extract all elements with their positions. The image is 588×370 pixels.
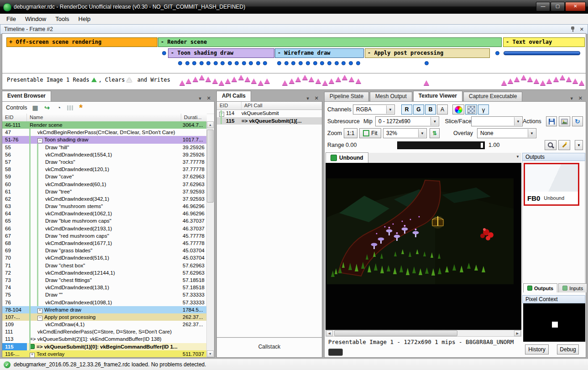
overlay-select[interactable]: None ▼ xyxy=(477,128,536,138)
callstack-section[interactable]: Callstack xyxy=(217,337,322,357)
column-name[interactable]: Name xyxy=(27,114,181,121)
draw-call-dot[interactable] xyxy=(200,61,204,65)
close-icon[interactable]: ✕ xyxy=(207,95,211,101)
draw-call-dot[interactable] xyxy=(341,61,346,65)
draw-call-dot[interactable] xyxy=(291,61,295,65)
draw-call-dot[interactable] xyxy=(185,61,189,65)
api-calls-column-headers[interactable]: EID API Call xyxy=(217,102,322,110)
dock-menu-icon[interactable]: ▼ xyxy=(570,96,574,101)
event-browser-scrollbar[interactable]: ▲ ▼ xyxy=(206,121,214,357)
draw-call-dot[interactable] xyxy=(320,61,324,65)
zoom-fit-button[interactable]: Fit xyxy=(359,128,381,138)
draw-call-dot[interactable] xyxy=(356,61,360,65)
timeline-subpass-bar[interactable]: - Wireframe draw xyxy=(275,48,364,58)
close-icon[interactable]: ✕ xyxy=(578,95,583,101)
scroll-up-icon[interactable]: ▲ xyxy=(207,121,214,128)
event-row[interactable]: 68vkCmdDrawIndexed(1677,1)45.77778 xyxy=(2,240,207,247)
pixel-context-view[interactable] xyxy=(523,303,585,342)
save-texture-button[interactable] xyxy=(546,116,557,126)
event-row[interactable]: 57Draw "rocks"37.77778 xyxy=(2,158,207,166)
history-button[interactable]: History xyxy=(525,344,549,354)
range-handle[interactable] xyxy=(481,143,483,148)
menu-file[interactable]: File xyxy=(2,14,21,24)
event-row[interactable]: 61Draw "tree"37.92593 xyxy=(2,188,207,195)
flip-y-button[interactable]: ⇅ xyxy=(430,128,440,138)
range-slider[interactable] xyxy=(397,141,485,149)
expander-icon[interactable]: − xyxy=(37,138,42,143)
draw-call-dot[interactable] xyxy=(206,61,210,65)
texture-horizontal-scrollbar[interactable]: ◀ ▶ xyxy=(326,330,521,337)
checkerboard-background-button[interactable] xyxy=(465,104,477,115)
tab-inputs[interactable]: Inputs xyxy=(558,283,587,292)
event-row[interactable]: 64vkCmdDrawIndexed(1062,1)46.96296 xyxy=(2,210,207,217)
draw-call-span[interactable] xyxy=(504,51,580,55)
green-channel-button[interactable]: G xyxy=(413,104,424,115)
background-color-swatch[interactable] xyxy=(328,349,343,356)
title-bar[interactable]: debugmarker.rdc - RenderDoc Unofficial r… xyxy=(0,0,588,14)
time-draws-icon[interactable]: ◔ xyxy=(55,104,63,112)
event-row[interactable]: 69Draw "grass blades"45.03704 xyxy=(2,247,207,254)
draw-call-dot[interactable] xyxy=(495,51,499,55)
event-row[interactable]: 47vkCmdBeginRenderPass(C=Clear, D=Clear,… xyxy=(2,129,207,136)
event-row[interactable]: 56vkCmdDrawIndexed(1554,1)39.25926 xyxy=(2,151,207,158)
draw-call-dot[interactable] xyxy=(249,61,253,65)
event-browser-column-headers[interactable]: EID Name Durati... xyxy=(2,114,207,122)
close-icon[interactable]: ✕ xyxy=(315,95,319,101)
fb0-thumbnail[interactable]: FB0 Unbound xyxy=(524,163,579,206)
refresh-button[interactable]: ↻ xyxy=(572,116,583,126)
event-row[interactable]: 58vkCmdDrawIndexed(120,1)37.77778 xyxy=(2,166,207,173)
open-texture-list-button[interactable] xyxy=(559,116,570,126)
timeline-pass-bar[interactable]: - Text overlay xyxy=(503,37,585,47)
scroll-left-icon[interactable]: ◀ xyxy=(326,330,333,336)
pin-icon[interactable] xyxy=(571,26,575,32)
draw-call-dot[interactable] xyxy=(277,61,281,65)
menu-help[interactable]: Help xyxy=(74,14,95,24)
zoom-1to1-button[interactable]: 1:1 xyxy=(344,128,357,138)
scroll-right-icon[interactable]: ▶ xyxy=(514,330,521,336)
event-row[interactable]: 76vkCmdDrawIndexed(1098,1)57.33333 xyxy=(2,299,207,306)
expander-icon[interactable]: + xyxy=(30,353,35,357)
event-row[interactable]: 74vkCmdDrawIndexed(138,1)57.18518 xyxy=(2,284,207,291)
debug-button[interactable]: Debug xyxy=(557,344,579,354)
draw-call-dot[interactable] xyxy=(306,61,310,65)
slice-face-select[interactable]: ▼ xyxy=(471,116,522,126)
expander-icon[interactable]: + xyxy=(37,308,42,313)
filter-icon[interactable]: ▦ xyxy=(31,104,39,112)
red-channel-button[interactable]: R xyxy=(401,104,412,115)
event-row[interactable]: 75Draw ""57.33333 xyxy=(2,291,207,298)
bookmark-icon[interactable]: * xyxy=(77,104,85,112)
timeline-subpass-bar[interactable]: - Apply post processing xyxy=(365,48,490,58)
close-icon[interactable]: ✕ xyxy=(580,26,584,32)
draw-call-dot[interactable] xyxy=(335,61,339,65)
draw-call-dot[interactable] xyxy=(425,61,429,65)
maximize-button[interactable]: ▢ xyxy=(551,2,565,11)
event-row[interactable]: 73Draw "chest fittings"57.18518 xyxy=(2,276,207,284)
event-row[interactable]: 111vkCmdEndRenderPass(C=Store, D=Store, … xyxy=(2,328,207,335)
dock-menu-icon[interactable]: ▼ xyxy=(306,96,310,101)
event-row[interactable]: 71Draw "chest box"57.62963 xyxy=(2,262,207,269)
draw-call-dot[interactable] xyxy=(178,61,182,65)
timeline-pass-bar[interactable]: - Render scene xyxy=(158,37,502,47)
event-row[interactable]: 46-111Render scene3064.7... xyxy=(2,121,207,129)
draw-call-dot[interactable] xyxy=(220,61,225,65)
draw-call-dot[interactable] xyxy=(256,61,260,65)
event-row[interactable]: 70vkCmdDrawIndexed(516,1)45.03704 xyxy=(2,254,207,261)
expander-icon[interactable]: − xyxy=(37,316,42,321)
api-call-row[interactable]: 115=> vkQueueSubmit(1)[... xyxy=(217,117,322,125)
tab-capture-executable[interactable]: Capture Executable xyxy=(463,92,522,101)
alpha-channel-button[interactable]: A xyxy=(437,104,448,115)
draw-call-dot[interactable] xyxy=(242,61,246,65)
timeline-content[interactable]: + Off-screen scene rendering- Render sce… xyxy=(2,33,586,90)
column-duration[interactable]: Durati... xyxy=(181,114,207,121)
blue-channel-button[interactable]: B xyxy=(425,104,436,115)
mip-select[interactable]: 0 - 1272x690 ▼ xyxy=(375,116,439,126)
event-row[interactable]: 59Draw "cave"37.62963 xyxy=(2,173,207,180)
event-row[interactable]: 113=> vkQueueSubmit(2)[1]: vkEndCommandB… xyxy=(2,335,207,343)
statistics-icon[interactable] xyxy=(67,105,73,110)
draw-call-dot[interactable] xyxy=(299,61,303,65)
draw-call-dot[interactable] xyxy=(235,61,239,65)
draw-call-dot[interactable] xyxy=(162,51,166,55)
scrollbar-thumb[interactable] xyxy=(334,330,457,336)
color-wheel-button[interactable] xyxy=(452,104,464,115)
event-row[interactable]: 65Draw "blue mushroom caps"46.37037 xyxy=(2,217,207,224)
